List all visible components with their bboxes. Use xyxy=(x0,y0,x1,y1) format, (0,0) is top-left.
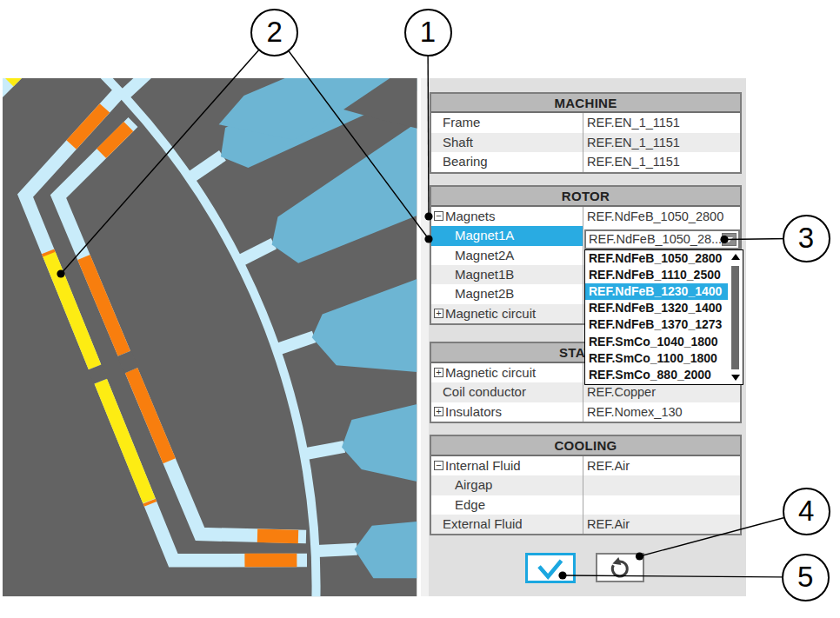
material-dropdown-list: REF.NdFeB_1050_2800 REF.NdFeB_1110_2500 … xyxy=(584,249,743,385)
check-icon xyxy=(528,555,573,581)
row-label: External Fluid xyxy=(442,516,523,531)
reset-icon xyxy=(597,555,643,580)
row-label-cell: Airgap xyxy=(431,475,583,495)
dropdown-scrollbar[interactable] xyxy=(728,250,743,384)
row-label: Magnet1B xyxy=(454,267,514,282)
scrollbar-thumb[interactable] xyxy=(731,266,739,369)
table-row[interactable]: Shaft REF.EN_1_1151 xyxy=(431,133,740,152)
row-label-cell: +Magnetic circuit xyxy=(431,363,583,382)
row-label-cell: Magnet2B xyxy=(431,284,583,303)
row-label-cell: Magnet1B xyxy=(431,265,583,284)
table-rotor-header: ROTOR xyxy=(431,187,740,206)
row-label: Magnets xyxy=(444,209,496,223)
row-label-cell: Magnet2A xyxy=(431,246,583,265)
table-row[interactable]: Coil conductor REF.Copper xyxy=(431,382,740,402)
table-machine-header: MACHINE xyxy=(431,94,740,113)
row-label-cell: −Magnets xyxy=(431,207,583,226)
callout-1: 1 xyxy=(404,9,452,56)
combobox-dropdown-icon[interactable] xyxy=(722,233,737,246)
row-label: Insulators xyxy=(444,404,502,419)
table-row[interactable]: +Insulators REF.Nomex_130 xyxy=(431,402,740,422)
callout-4: 4 xyxy=(783,488,830,535)
table-row[interactable]: Airgap xyxy=(431,475,740,495)
apply-button[interactable] xyxy=(525,553,576,583)
table-row[interactable]: −Internal Fluid REF.Air xyxy=(431,456,740,475)
dropdown-option[interactable]: REF.NdFeB_1370_1273 xyxy=(585,316,743,333)
row-label: Edge xyxy=(454,497,485,512)
row-label: Frame xyxy=(442,115,480,130)
dropdown-option[interactable]: REF.NdFeB_1110_2500 xyxy=(585,267,743,283)
dropdown-option[interactable]: REF.NdFeB_1230_1400 xyxy=(585,283,743,300)
expand-icon[interactable]: + xyxy=(434,368,443,377)
table-row[interactable]: −Magnets REF.NdFeB_1050_2800 xyxy=(431,207,740,226)
row-label-cell: −Internal Fluid xyxy=(431,456,583,475)
collapse-icon[interactable]: − xyxy=(434,211,443,221)
row-label: Bearing xyxy=(442,154,488,169)
dropdown-option[interactable]: REF.NdFeB_1050_2800 xyxy=(585,250,743,267)
row-value: REF.Air xyxy=(583,515,740,534)
row-value: REF.EN_1_1151 xyxy=(583,133,740,152)
dropdown-option[interactable]: REF.SmCo_1040_1800 xyxy=(585,334,743,350)
row-label: Airgap xyxy=(454,477,492,492)
table-machine: MACHINE Frame REF.EN_1_1151 Shaft REF.EN… xyxy=(430,92,742,174)
row-label-cell: Shaft xyxy=(431,133,583,152)
combobox-value: REF.NdFeB_1050_28... xyxy=(586,231,722,247)
callout-3: 3 xyxy=(783,215,830,262)
row-label-cell: +Magnetic circuit xyxy=(431,304,583,323)
row-label: Magnet2B xyxy=(454,286,514,301)
table-row[interactable]: External Fluid REF.Air xyxy=(431,515,740,534)
row-label: Magnetic circuit xyxy=(444,365,536,380)
dropdown-option[interactable]: REF.SmCo_880_2000 xyxy=(585,367,743,383)
scroll-up-icon[interactable] xyxy=(731,254,740,260)
row-label-cell: Coil conductor xyxy=(431,382,583,402)
table-row[interactable]: Bearing REF.EN_1_1151 xyxy=(431,152,740,171)
row-value: REF.Copper xyxy=(583,382,740,402)
row-value xyxy=(583,495,740,515)
row-label-cell: Bearing xyxy=(431,152,583,171)
expand-icon[interactable]: + xyxy=(434,309,443,318)
row-label: Internal Fluid xyxy=(444,458,521,473)
table-cooling: COOLING −Internal Fluid REF.Air Airgap E… xyxy=(430,435,742,535)
row-value: REF.EN_1_1151 xyxy=(583,113,740,132)
row-value: REF.Air xyxy=(583,456,740,475)
dropdown-option[interactable]: REF.SmCo_1100_1800 xyxy=(585,350,743,367)
dropdown-option[interactable]: REF.NdFeB_1320_1400 xyxy=(585,300,743,316)
row-label: Magnetic circuit xyxy=(444,306,536,321)
scroll-down-icon[interactable] xyxy=(731,375,740,381)
row-label-cell: Frame xyxy=(431,113,583,132)
row-label-cell: External Fluid xyxy=(431,515,583,534)
row-label: Coil conductor xyxy=(442,384,526,399)
table-row[interactable]: Frame REF.EN_1_1151 xyxy=(431,113,740,132)
row-label-cell: Magnet1A xyxy=(431,226,583,245)
materials-panel: MACHINE Frame REF.EN_1_1151 Shaft REF.EN… xyxy=(429,78,747,596)
material-combobox[interactable]: REF.NdFeB_1050_28... xyxy=(584,229,740,249)
row-label: Magnet1A xyxy=(454,228,514,243)
table-row[interactable]: Edge xyxy=(431,495,740,515)
row-value: REF.Nomex_130 xyxy=(583,402,740,422)
app-window: MACHINE Frame REF.EN_1_1151 Shaft REF.EN… xyxy=(0,0,840,618)
row-value: REF.EN_1_1151 xyxy=(583,152,740,171)
row-label-cell: Edge xyxy=(431,495,583,515)
row-value: REF.NdFeB_1050_2800 xyxy=(583,207,740,226)
row-label: Shaft xyxy=(442,135,473,150)
row-label-cell: +Insulators xyxy=(431,402,583,422)
reset-button[interactable] xyxy=(596,553,645,582)
panel-gutter xyxy=(421,78,429,596)
row-label: Magnet2A xyxy=(454,248,514,262)
callout-2: 2 xyxy=(250,9,298,56)
expand-icon[interactable]: + xyxy=(434,407,443,416)
callout-5: 5 xyxy=(782,554,830,601)
row-value xyxy=(583,475,740,495)
collapse-icon[interactable]: − xyxy=(434,461,443,470)
table-cooling-header: COOLING xyxy=(431,436,740,455)
